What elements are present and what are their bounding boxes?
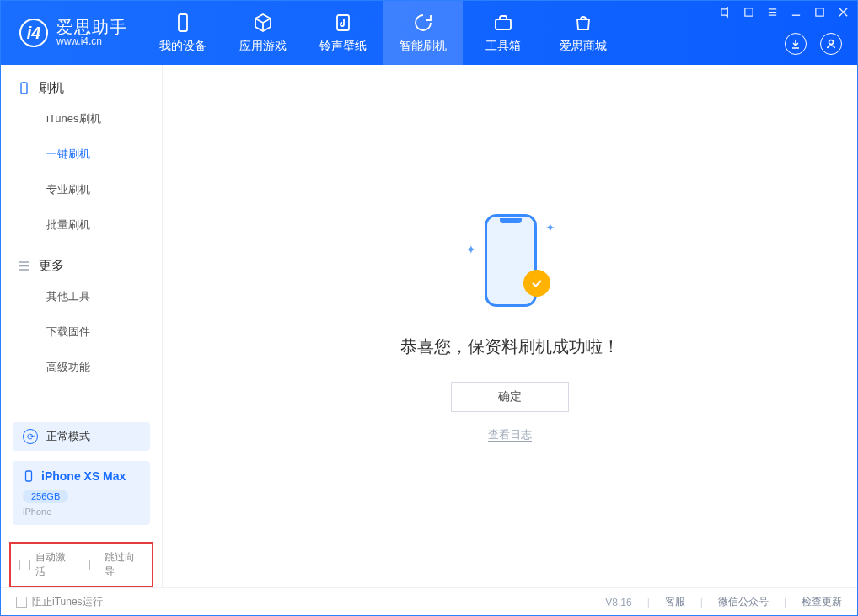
logo-text: 爱思助手 www.i4.cn xyxy=(56,18,127,47)
section-title: 刷机 xyxy=(39,80,64,96)
sidebar-item-pro-flash[interactable]: 专业刷机 xyxy=(1,172,162,207)
menu-icon[interactable] xyxy=(766,6,778,18)
checkbox-icon xyxy=(89,560,100,570)
checkbox-label: 自动激活 xyxy=(35,550,74,579)
phone-notch xyxy=(500,218,522,223)
phone-small-icon xyxy=(23,470,35,482)
version-label: V8.16 xyxy=(605,597,631,608)
svg-rect-2 xyxy=(496,19,511,29)
music-note-icon xyxy=(332,12,354,34)
minimize-icon[interactable] xyxy=(790,6,802,18)
maximize-icon[interactable] xyxy=(813,6,825,18)
section-title: 更多 xyxy=(39,258,64,274)
footer-link-support[interactable]: 客服 xyxy=(665,595,685,609)
options-highlight-row: 自动激活 跳过向导 xyxy=(9,542,153,587)
svg-rect-0 xyxy=(179,14,187,31)
phone-icon xyxy=(18,82,30,94)
refresh-shield-icon xyxy=(412,12,434,34)
svg-point-5 xyxy=(829,40,834,45)
sidebar-item-advanced[interactable]: 高级功能 xyxy=(1,350,162,385)
tab-label: 智能刷机 xyxy=(400,39,447,54)
checkbox-icon xyxy=(16,597,27,608)
main-content: ✦ ✦ 恭喜您，保资料刷机成功啦！ 确定 查看日志 xyxy=(163,65,857,587)
tab-label: 应用游戏 xyxy=(239,39,287,54)
device-mode-row[interactable]: ⟳ 正常模式 xyxy=(13,422,150,451)
list-icon xyxy=(18,260,30,272)
checkbox-auto-activate[interactable]: 自动激活 xyxy=(19,550,74,579)
tab-toolbox[interactable]: 工具箱 xyxy=(463,1,543,65)
tab-label: 我的设备 xyxy=(159,39,206,54)
device-storage-badge: 256GB xyxy=(23,490,68,503)
view-log-link[interactable]: 查看日志 xyxy=(488,427,532,442)
feedback-icon[interactable] xyxy=(719,6,731,18)
app-body: 刷机 iTunes刷机 一键刷机 专业刷机 批量刷机 更多 其他工具 下载固件 … xyxy=(1,65,857,587)
device-panel: ⟳ 正常模式 iPhone XS Max 256GB iPhone xyxy=(1,412,162,535)
tab-label: 工具箱 xyxy=(485,39,521,54)
app-header: i4 爱思助手 www.i4.cn 我的设备 应用游戏 铃声壁纸 智能刷机 工具… xyxy=(1,1,857,65)
skin-icon[interactable] xyxy=(743,6,754,18)
section-header-flash: 刷机 xyxy=(1,80,162,101)
footer-bar: 阻止iTunes运行 V8.16 | 客服 | 微信公众号 | 检查更新 xyxy=(1,587,857,616)
separator: | xyxy=(784,597,786,608)
success-message: 恭喜您，保资料刷机成功啦！ xyxy=(400,335,619,358)
device-icon xyxy=(172,12,194,34)
check-badge-icon xyxy=(523,270,550,297)
separator: | xyxy=(700,597,703,608)
sidebar-item-onekey-flash[interactable]: 一键刷机 xyxy=(1,137,162,172)
footer-link-update[interactable]: 检查更新 xyxy=(802,595,842,609)
tab-store[interactable]: 爱思商城 xyxy=(543,1,623,65)
svg-rect-4 xyxy=(815,8,823,15)
tab-ringtones-wallpapers[interactable]: 铃声壁纸 xyxy=(303,1,383,65)
nav-tabs: 我的设备 应用游戏 铃声壁纸 智能刷机 工具箱 爱思商城 xyxy=(142,1,623,65)
checkbox-label: 跳过向导 xyxy=(105,550,143,579)
device-name: iPhone XS Max xyxy=(41,469,126,483)
logo-area: i4 爱思助手 www.i4.cn xyxy=(1,1,142,65)
sparkle-icon: ✦ xyxy=(466,243,476,256)
ok-button[interactable]: 确定 xyxy=(451,382,569,412)
download-icon[interactable] xyxy=(785,33,807,55)
svg-rect-6 xyxy=(21,83,27,94)
sidebar-item-other-tools[interactable]: 其他工具 xyxy=(1,279,162,314)
app-logo-icon: i4 xyxy=(19,19,48,47)
sidebar-more-section: 更多 其他工具 下载固件 高级功能 xyxy=(1,243,162,385)
sparkle-icon: ✦ xyxy=(545,221,555,234)
device-name-row: iPhone XS Max xyxy=(23,469,140,483)
cube-icon xyxy=(252,12,274,34)
sidebar-item-itunes-flash[interactable]: iTunes刷机 xyxy=(1,101,162,137)
tab-label: 铃声壁纸 xyxy=(319,39,367,54)
device-type: iPhone xyxy=(23,506,140,517)
checkbox-skip-wizard[interactable]: 跳过向导 xyxy=(89,550,144,579)
checkbox-block-itunes[interactable]: 阻止iTunes运行 xyxy=(16,595,103,609)
app-title: 爱思助手 xyxy=(56,18,127,36)
close-icon[interactable] xyxy=(837,6,849,18)
checkbox-icon xyxy=(19,560,30,570)
svg-rect-3 xyxy=(744,8,752,15)
sidebar-item-batch-flash[interactable]: 批量刷机 xyxy=(1,207,162,243)
tab-smart-flash[interactable]: 智能刷机 xyxy=(383,1,463,65)
section-header-more: 更多 xyxy=(1,258,162,279)
separator: | xyxy=(647,597,650,608)
sidebar-flash-section: 刷机 iTunes刷机 一键刷机 专业刷机 批量刷机 xyxy=(1,65,162,243)
checkbox-label: 阻止iTunes运行 xyxy=(32,595,103,609)
bag-icon xyxy=(572,12,594,34)
svg-rect-1 xyxy=(337,15,349,30)
toolbox-icon xyxy=(492,12,514,34)
device-mode-label: 正常模式 xyxy=(46,429,90,444)
sidebar: 刷机 iTunes刷机 一键刷机 专业刷机 批量刷机 更多 其他工具 下载固件 … xyxy=(1,65,163,587)
device-info-row[interactable]: iPhone XS Max 256GB iPhone xyxy=(13,461,150,525)
app-url: www.i4.cn xyxy=(56,36,127,47)
user-icon[interactable] xyxy=(820,33,842,55)
tab-apps-games[interactable]: 应用游戏 xyxy=(223,1,303,65)
footer-right: V8.16 | 客服 | 微信公众号 | 检查更新 xyxy=(605,595,842,609)
header-actions xyxy=(785,33,842,55)
footer-link-wechat[interactable]: 微信公众号 xyxy=(718,595,769,609)
tab-label: 爱思商城 xyxy=(560,39,607,54)
tab-my-device[interactable]: 我的设备 xyxy=(142,1,223,65)
window-controls xyxy=(719,6,849,18)
mode-status-icon: ⟳ xyxy=(23,429,38,444)
svg-rect-7 xyxy=(26,471,32,481)
sidebar-item-download-firmware[interactable]: 下载固件 xyxy=(1,314,162,350)
success-illustration: ✦ ✦ xyxy=(468,211,552,312)
